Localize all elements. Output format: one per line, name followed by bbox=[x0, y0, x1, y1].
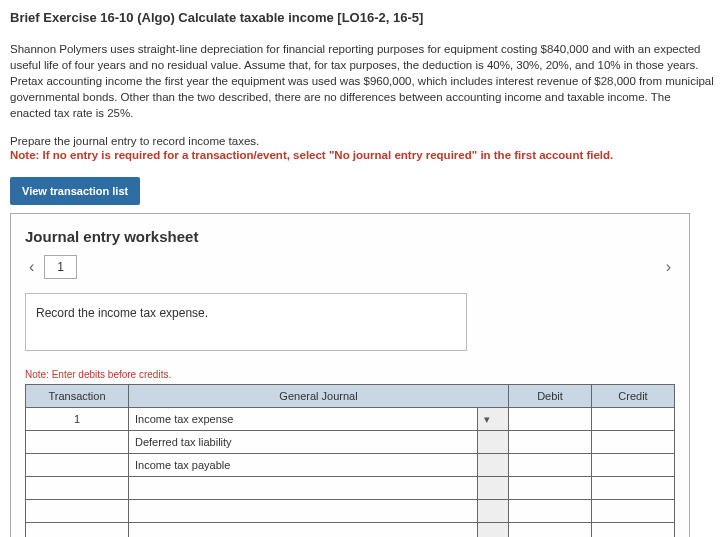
tab-nav: ‹ 1 › bbox=[25, 255, 675, 279]
table-row bbox=[26, 477, 675, 500]
dropdown-icon[interactable] bbox=[478, 431, 509, 454]
cell-credit[interactable] bbox=[592, 477, 675, 500]
cell-debit[interactable] bbox=[509, 408, 592, 431]
prepare-instruction: Prepare the journal entry to record inco… bbox=[10, 135, 714, 147]
cell-account[interactable] bbox=[129, 477, 478, 500]
header-debit: Debit bbox=[509, 385, 592, 408]
tab-1[interactable]: 1 bbox=[44, 255, 77, 279]
cell-account[interactable] bbox=[129, 500, 478, 523]
cell-trans-no bbox=[26, 477, 129, 500]
cell-debit[interactable] bbox=[509, 500, 592, 523]
chevron-right-icon[interactable]: › bbox=[662, 258, 675, 276]
cell-debit[interactable] bbox=[509, 431, 592, 454]
table-row: Income tax payable bbox=[26, 454, 675, 477]
worksheet-title: Journal entry worksheet bbox=[25, 228, 675, 245]
header-transaction: Transaction bbox=[26, 385, 129, 408]
dropdown-icon[interactable] bbox=[478, 523, 509, 537]
cell-debit[interactable] bbox=[509, 523, 592, 537]
worksheet-panel: Journal entry worksheet ‹ 1 › Record the… bbox=[10, 213, 690, 537]
cell-account[interactable] bbox=[129, 523, 478, 537]
chevron-left-icon[interactable]: ‹ bbox=[25, 258, 38, 276]
note-text: If no entry is required for a transactio… bbox=[43, 149, 614, 161]
problem-description: Shannon Polymers uses straight-line depr… bbox=[10, 41, 714, 121]
note-line: Note: If no entry is required for a tran… bbox=[10, 149, 714, 161]
cell-credit[interactable] bbox=[592, 523, 675, 537]
table-row: Deferred tax liability bbox=[26, 431, 675, 454]
cell-account[interactable]: Income tax expense bbox=[129, 408, 478, 431]
cell-credit[interactable] bbox=[592, 454, 675, 477]
cell-account[interactable]: Income tax payable bbox=[129, 454, 478, 477]
dropdown-icon[interactable] bbox=[478, 500, 509, 523]
cell-trans-no bbox=[26, 431, 129, 454]
header-credit: Credit bbox=[592, 385, 675, 408]
cell-debit[interactable] bbox=[509, 454, 592, 477]
cell-account[interactable]: Deferred tax liability bbox=[129, 431, 478, 454]
cell-trans-no: 1 bbox=[26, 408, 129, 431]
table-row: 1 Income tax expense ▾ bbox=[26, 408, 675, 431]
cell-trans-no bbox=[26, 454, 129, 477]
dropdown-icon[interactable] bbox=[478, 477, 509, 500]
cell-credit[interactable] bbox=[592, 408, 675, 431]
view-transaction-list-button[interactable]: View transaction list bbox=[10, 177, 140, 205]
journal-table: Transaction General Journal Debit Credit… bbox=[25, 384, 675, 537]
exercise-title: Brief Exercise 16-10 (Algo) Calculate ta… bbox=[10, 10, 714, 25]
cell-debit[interactable] bbox=[509, 477, 592, 500]
header-general-journal: General Journal bbox=[129, 385, 509, 408]
cell-trans-no bbox=[26, 523, 129, 537]
dropdown-icon[interactable]: ▾ bbox=[478, 408, 509, 431]
dropdown-icon[interactable] bbox=[478, 454, 509, 477]
record-instruction-box: Record the income tax expense. bbox=[25, 293, 467, 351]
note-prefix: Note: bbox=[10, 149, 43, 161]
cell-credit[interactable] bbox=[592, 500, 675, 523]
table-note: Note: Enter debits before credits. bbox=[25, 369, 675, 380]
table-row bbox=[26, 523, 675, 537]
cell-trans-no bbox=[26, 500, 129, 523]
table-row bbox=[26, 500, 675, 523]
cell-credit[interactable] bbox=[592, 431, 675, 454]
